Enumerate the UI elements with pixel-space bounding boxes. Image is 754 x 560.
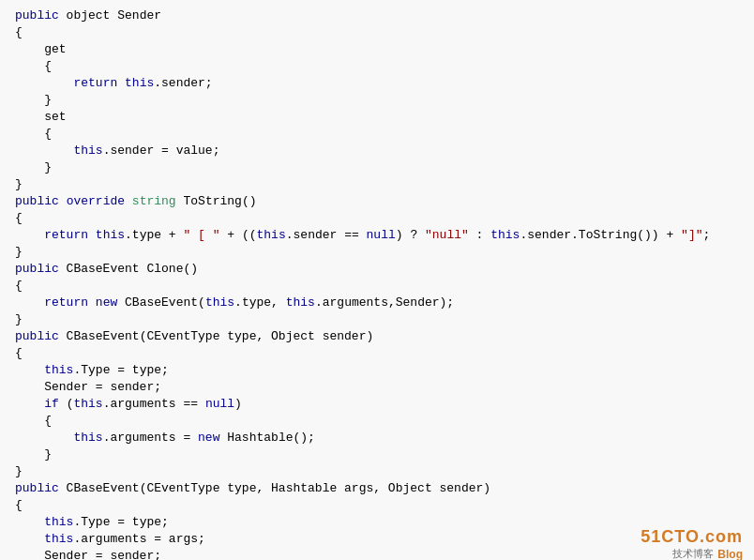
code-line-25: { bbox=[15, 413, 739, 430]
code-line-20: public CBaseEvent(CEventType type, Objec… bbox=[15, 328, 739, 345]
code-line-15: } bbox=[15, 244, 739, 261]
watermark-blog: Blog bbox=[717, 548, 743, 561]
code-line-10: } bbox=[15, 159, 739, 176]
code-line-1: public object Sender bbox=[15, 8, 739, 24]
code-line-17: { bbox=[15, 278, 739, 295]
code-line-21: { bbox=[15, 345, 739, 362]
code-line-18: return new CBaseEvent(this.type, this.ar… bbox=[15, 295, 739, 311]
code-line-27: } bbox=[15, 446, 739, 463]
code-line-3: get bbox=[15, 41, 739, 58]
code-line-6: } bbox=[15, 92, 739, 109]
code-line-26: this.arguments = new Hashtable(); bbox=[15, 430, 739, 446]
watermark-subtitle: 技术博客 bbox=[672, 547, 714, 560]
code-line-7: set bbox=[15, 109, 739, 126]
code-line-2: { bbox=[15, 24, 739, 41]
watermark-site: 51CTO.com bbox=[641, 527, 743, 547]
code-line-24: if (this.arguments == null) bbox=[15, 396, 739, 413]
watermark: 51CTO.com 技术博客 Blog bbox=[641, 527, 743, 560]
code-line-19: } bbox=[15, 311, 739, 328]
code-line-12: public override string ToString() bbox=[15, 193, 739, 210]
code-line-13: { bbox=[15, 210, 739, 227]
code-line-4: { bbox=[15, 58, 739, 75]
code-line-33: Sender = sender; bbox=[15, 548, 739, 560]
code-line-9: this.sender = value; bbox=[15, 143, 739, 159]
code-line-29: public CBaseEvent(CEventType type, Hasht… bbox=[15, 480, 739, 497]
code-line-16: public CBaseEvent Clone() bbox=[15, 261, 739, 278]
code-line-23: Sender = sender; bbox=[15, 379, 739, 396]
code-line-30: { bbox=[15, 497, 739, 514]
code-line-5: return this.sender; bbox=[15, 75, 739, 92]
code-line-14: return this.type + " [ " + ((this.sender… bbox=[15, 227, 739, 244]
watermark-sub-blog: 技术博客 Blog bbox=[641, 547, 743, 560]
code-line-22: this.Type = type; bbox=[15, 362, 739, 379]
code-line-28: } bbox=[15, 463, 739, 480]
code-line-31: this.Type = type; bbox=[15, 514, 739, 531]
code-line-32: this.arguments = args; bbox=[15, 531, 739, 548]
code-container: public object Sender { get { return this… bbox=[0, 0, 754, 560]
code-line-8: { bbox=[15, 126, 739, 143]
code-line-11: } bbox=[15, 176, 739, 193]
